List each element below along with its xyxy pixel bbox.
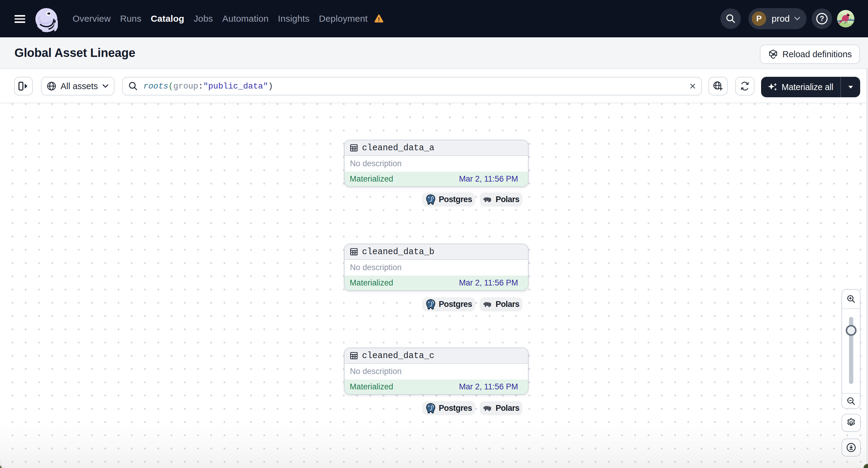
svg-text:?: ?	[820, 14, 824, 23]
